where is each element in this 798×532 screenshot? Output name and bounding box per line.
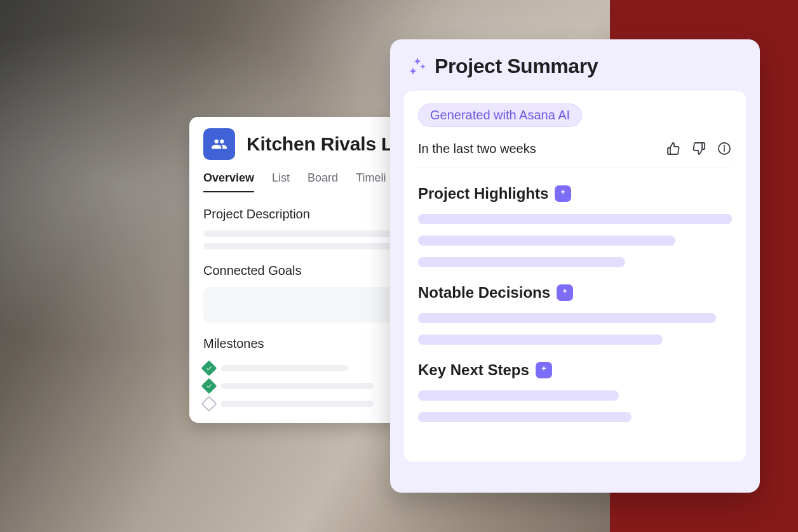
sparkle-badge-icon [536,362,552,378]
milestone-label-placeholder [221,383,374,389]
project-title: Kitchen Rivals La [247,133,403,155]
thumbs-up-icon[interactable] [666,141,681,156]
highlights-content-placeholder [418,214,732,267]
placeholder-line [418,257,625,267]
placeholder-line [418,412,632,422]
next-steps-heading-row: Key Next Steps [418,361,732,379]
decisions-heading: Notable Decisions [418,284,550,302]
thumbs-down-icon[interactable] [691,141,707,156]
milestone-label-placeholder [221,401,374,407]
highlights-heading: Project Highlights [418,185,548,203]
placeholder-line [418,313,716,323]
project-summary-card: Project Summary Generated with Asana AI … [390,39,760,493]
sparkle-badge-icon [555,185,571,202]
summary-body: Generated with Asana AI In the last two … [404,91,746,462]
decisions-heading-row: Notable Decisions [418,284,732,302]
summary-meta-row: In the last two weeks [418,141,732,156]
summary-actions [666,141,732,156]
project-icon[interactable] [203,128,235,160]
placeholder-line [418,335,663,345]
sparkle-badge-icon [557,284,573,301]
info-icon[interactable] [717,141,732,156]
ai-badge: Generated with Asana AI [418,103,582,127]
summary-title: Project Summary [435,55,598,78]
decisions-content-placeholder [418,313,732,345]
tab-overview[interactable]: Overview [203,171,254,192]
milestone-complete-icon [201,360,217,376]
summary-header: Project Summary [404,55,746,78]
milestone-complete-icon [201,378,217,394]
next-steps-content-placeholder [418,390,732,422]
divider [418,168,732,168]
tab-timeline[interactable]: Timeli [356,171,386,192]
tab-list[interactable]: List [272,171,290,192]
milestone-open-icon [201,396,217,411]
next-steps-heading: Key Next Steps [418,361,529,379]
highlights-heading-row: Project Highlights [418,185,732,203]
sparkle-icon [407,56,428,77]
milestone-label-placeholder [221,365,348,371]
tab-board[interactable]: Board [308,171,338,192]
time-range-text: In the last two weeks [418,142,536,156]
placeholder-line [418,236,675,246]
placeholder-line [418,214,732,224]
people-icon [211,136,227,152]
stage: Kitchen Rivals La Overview List Board Ti… [0,0,798,532]
svg-point-2 [724,146,725,147]
placeholder-line [418,390,619,401]
